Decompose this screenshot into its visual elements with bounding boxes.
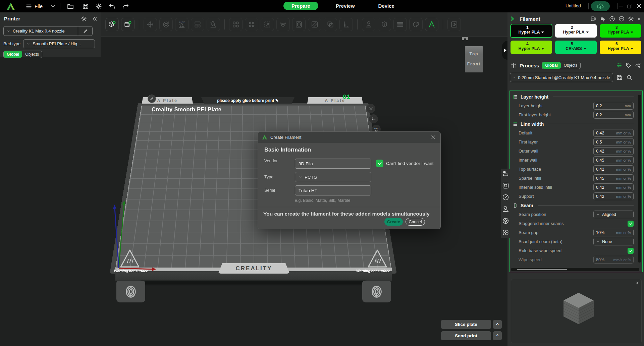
preset-select[interactable]: 0.20mm Standard @Creality K1 Max 0.4 noz… <box>510 73 613 82</box>
support-paint-button[interactable] <box>362 18 375 31</box>
view-cube-front[interactable]: Front <box>467 62 481 66</box>
filament-material-select[interactable]: Hyper PLA <box>511 46 552 51</box>
view-cube-top[interactable]: Top <box>469 52 478 56</box>
remove-filament-button[interactable] <box>618 15 625 22</box>
filament-slot-2[interactable]: 2Hyper PLA <box>555 24 597 38</box>
setting-input[interactable]: 0.42mm or % <box>593 192 634 200</box>
vendor-input[interactable] <box>295 159 371 169</box>
scrollbar-thumb[interactable] <box>517 269 567 270</box>
flush-options-icon[interactable] <box>599 15 606 22</box>
slice-options-button[interactable]: ^ <box>493 320 502 329</box>
vertical-scrollbar[interactable] <box>638 95 641 263</box>
redo-button[interactable] <box>122 3 129 10</box>
chevron-down-icon[interactable] <box>49 3 57 10</box>
move-button[interactable] <box>144 18 157 31</box>
primitives-button[interactable] <box>292 18 306 31</box>
split-to-parts-button[interactable] <box>245 18 258 31</box>
type-select[interactable]: PCTG <box>295 172 371 182</box>
collapse-filament-icon[interactable] <box>637 17 641 21</box>
plate-tab-right[interactable]: A Plate <box>307 97 363 104</box>
boolean-button[interactable] <box>324 18 337 31</box>
rotate-button[interactable] <box>159 18 173 31</box>
plate-hint-tab[interactable]: please apply glue before print ✎ <box>201 97 294 104</box>
pack-button[interactable] <box>276 18 290 31</box>
setting-input[interactable]: 10%mm or % <box>593 229 634 236</box>
setting-input[interactable]: 0.45mm or % <box>593 174 634 182</box>
filament-category-icon[interactable] <box>502 217 509 225</box>
add-model-button[interactable] <box>105 18 119 31</box>
slice-plate-button[interactable]: Slice plate <box>441 320 491 329</box>
horizontal-scrollbar[interactable] <box>511 268 639 271</box>
search-settings-button[interactable] <box>626 74 633 81</box>
auto-orient-button[interactable]: AUTO <box>175 18 189 31</box>
add-filament-button[interactable] <box>609 15 615 22</box>
share-icon[interactable] <box>635 62 641 69</box>
setting-input[interactable]: 0.42mm or % <box>593 183 634 191</box>
model-preview-box[interactable] <box>511 279 642 343</box>
setting-checkbox[interactable] <box>628 248 634 254</box>
variable-layer-button[interactable] <box>393 18 407 31</box>
process-scope-objects[interactable]: Objects <box>561 62 581 69</box>
color-paint-button[interactable] <box>409 18 423 31</box>
measure-button[interactable] <box>339 18 353 31</box>
send-print-button[interactable]: Send print <box>441 331 491 340</box>
assembly-button[interactable] <box>447 18 461 31</box>
speed-icon[interactable] <box>502 193 509 201</box>
filament-slot-6[interactable]: 6Hyper PLA <box>600 41 641 54</box>
filament-slot-4[interactable]: 4Hyper PLA <box>511 41 552 54</box>
open-file-button[interactable] <box>67 3 74 10</box>
create-button[interactable]: Create <box>384 218 403 226</box>
setting-input[interactable]: 0.42mm or % <box>593 165 634 173</box>
edit-plate-button[interactable] <box>148 95 156 103</box>
scale-button[interactable] <box>261 18 274 31</box>
dialog-close-button[interactable] <box>430 134 436 140</box>
plate-settings-button[interactable] <box>369 114 378 123</box>
setting-select[interactable]: None <box>593 238 634 245</box>
scope-objects[interactable]: Objects <box>22 51 42 58</box>
setting-input[interactable]: 0.2mm <box>593 111 634 119</box>
filament-slot-5[interactable]: 5CR-ABS <box>555 41 597 54</box>
seam-paint-button[interactable] <box>378 18 391 31</box>
close-button[interactable] <box>636 3 642 9</box>
collapse-panel-icon[interactable] <box>91 15 98 22</box>
setting-input[interactable]: 0.5mm or % <box>593 138 634 146</box>
filament-material-select[interactable]: Hyper PLA <box>511 30 552 35</box>
parameter-filter-icon[interactable] <box>616 62 623 69</box>
add-plate-button[interactable] <box>121 18 135 31</box>
setting-select[interactable]: Aligned <box>593 211 634 218</box>
settings-button[interactable] <box>95 3 102 10</box>
strength-icon[interactable] <box>502 182 509 189</box>
tab-preview[interactable]: Preview <box>330 2 361 10</box>
support-icon[interactable] <box>502 205 509 213</box>
vendor-checkbox[interactable] <box>376 160 383 167</box>
setting-input[interactable]: 0.42mm or % <box>593 147 634 155</box>
filament-sync-icon[interactable] <box>590 15 597 22</box>
arrange-button[interactable] <box>191 18 204 31</box>
tag-icon[interactable] <box>625 62 632 69</box>
cloud-upload-button[interactable] <box>591 1 610 11</box>
restore-button[interactable] <box>627 3 633 9</box>
filament-settings-button[interactable] <box>628 15 634 22</box>
printer-settings-icon[interactable] <box>80 15 87 22</box>
undo-button[interactable] <box>108 3 116 10</box>
filament-material-select[interactable]: Hyper PLA <box>600 46 641 51</box>
filament-material-select[interactable]: Hyper PLA <box>600 30 641 35</box>
others-icon[interactable] <box>502 229 509 236</box>
bed-type-select[interactable]: Smooth PEI Plate / Hig... <box>23 39 95 48</box>
tab-prepare[interactable]: Prepare <box>283 2 318 10</box>
save-button[interactable] <box>82 3 89 10</box>
setting-input[interactable]: 0.2mm <box>593 102 634 110</box>
tab-device[interactable]: Device <box>372 2 400 10</box>
process-scope-global[interactable]: Global <box>542 62 560 69</box>
dialog-title-bar[interactable]: Create Filament <box>258 132 440 143</box>
quality-icon[interactable] <box>502 170 509 178</box>
text-3d-button[interactable] <box>425 18 438 31</box>
filament-material-select[interactable]: CR-ABS <box>555 46 597 51</box>
serial-input[interactable] <box>295 185 371 195</box>
lay-on-face-button[interactable] <box>207 18 220 31</box>
split-to-objects-button[interactable] <box>229 18 243 31</box>
send-options-button[interactable]: ^ <box>493 331 502 340</box>
filament-slot-1[interactable]: 1Hyper PLA <box>511 24 552 38</box>
cancel-button[interactable]: Cancel <box>406 218 425 226</box>
cut-button[interactable] <box>308 18 321 31</box>
